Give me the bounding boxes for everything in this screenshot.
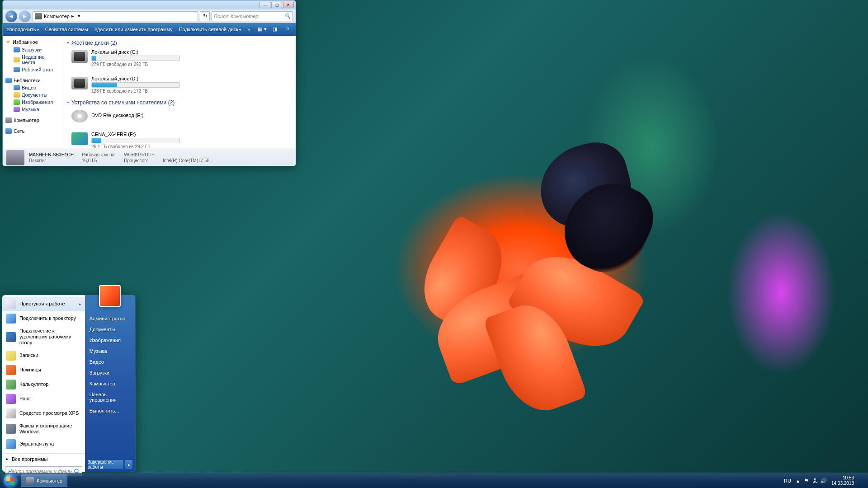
all-programs-button[interactable]: Все программы xyxy=(2,453,85,465)
fax-icon xyxy=(6,424,16,434)
getting-started-icon xyxy=(6,299,16,309)
system-properties-button[interactable]: Свойства системы xyxy=(45,27,88,32)
sm-projector[interactable]: Подключить к проектору xyxy=(2,311,85,326)
hdd-icon xyxy=(71,50,88,63)
usb-icon xyxy=(71,132,88,145)
dvd-icon xyxy=(71,110,88,122)
shutdown-options-button[interactable]: ▸ xyxy=(125,460,133,469)
drive-label: DVD RW дисковод (E:) xyxy=(91,113,180,118)
magnifier-icon xyxy=(6,439,16,449)
volume-icon[interactable]: 🔊 xyxy=(820,477,827,484)
sm-run[interactable]: Выполнить... xyxy=(85,405,135,416)
workgroup-value: WORKGROUP xyxy=(124,152,155,157)
map-drive-button[interactable]: Подключить сетевой диск xyxy=(179,27,241,32)
network-icon[interactable]: 🖧 xyxy=(811,477,819,484)
windows-orb-icon xyxy=(4,474,17,488)
drive-e[interactable]: DVD RW дисковод (E:) xyxy=(71,109,180,122)
clock[interactable]: 10:53 14.03.2018 xyxy=(829,475,857,486)
computer-icon xyxy=(5,117,12,123)
pictures-icon xyxy=(14,99,20,105)
memory-label: Память: xyxy=(29,158,74,163)
uninstall-button[interactable]: Удалить или изменить программу xyxy=(94,27,173,32)
sm-control-panel[interactable]: Панель управления xyxy=(85,389,135,405)
search-icon[interactable]: 🔍 xyxy=(284,13,291,19)
minimize-button[interactable]: — xyxy=(259,2,270,8)
sidebar-desktop[interactable]: Рабочий стол xyxy=(3,66,62,73)
sidebar-pictures[interactable]: Изображения xyxy=(3,99,62,106)
sm-sticky-notes[interactable]: Записки xyxy=(2,348,85,363)
breadcrumb-sep[interactable]: ▸ xyxy=(71,13,74,19)
desktop-icon xyxy=(14,67,20,72)
taskbar-item-explorer[interactable]: Компьютер xyxy=(21,474,67,487)
user-avatar[interactable] xyxy=(99,285,121,307)
titlebar[interactable]: — ◻ ✕ xyxy=(3,0,296,9)
network-icon xyxy=(5,128,12,134)
action-center-icon[interactable]: ⚑ xyxy=(803,477,810,484)
sidebar-network[interactable]: Сеть xyxy=(3,127,62,135)
computer-large-icon xyxy=(6,150,24,165)
sidebar-videos[interactable]: Видео xyxy=(3,84,62,91)
sidebar-computer[interactable]: Компьютер xyxy=(3,117,62,124)
organize-menu[interactable]: Упорядочить xyxy=(6,27,39,32)
favorites-header[interactable]: ★Избранное xyxy=(3,38,62,46)
sidebar-documents[interactable]: Документы xyxy=(3,91,62,99)
sidebar-music[interactable]: Музыка xyxy=(3,106,62,113)
clock-date: 14.03.2018 xyxy=(831,481,854,486)
drive-c[interactable]: Локальный диск (C:) 279 ГБ свободно из 2… xyxy=(71,49,180,67)
sm-computer[interactable]: Компьютер xyxy=(85,378,135,389)
sm-fax-scan[interactable]: Факсы и сканирование Windows xyxy=(2,421,85,437)
preview-pane-icon[interactable]: ◨ xyxy=(270,25,279,33)
hdd-icon xyxy=(71,77,88,89)
search-input[interactable]: Поиск: Компьютер 🔍 xyxy=(212,11,293,21)
sidebar-downloads[interactable]: Загрузки xyxy=(3,46,62,53)
shutdown-button[interactable]: Завершение работы xyxy=(87,460,124,469)
taskbar: Компьютер RU ▴ ⚑ 🖧 🔊 10:53 14.03.2018 xyxy=(0,473,868,488)
drive-free-text: 26,1 ГБ свободно из 29,2 ГБ xyxy=(91,144,180,148)
drive-f[interactable]: CENA_X64FRE (F:) 26,1 ГБ свободно из 29,… xyxy=(71,131,180,148)
sm-pictures[interactable]: Изображения xyxy=(85,335,135,346)
cpu-value: Intel(R) Core(TM) i7-58... xyxy=(163,158,213,163)
view-icon[interactable]: ▦ ▾ xyxy=(258,25,267,33)
explorer-window: — ◻ ✕ ◄ ► Компьютер ▸ ▾ ↻ Поиск: Компьют… xyxy=(2,0,296,166)
address-bar[interactable]: Компьютер ▸ ▾ xyxy=(33,11,198,21)
search-placeholder: Поиск: Компьютер xyxy=(214,14,259,19)
sm-user[interactable]: Администратор xyxy=(85,313,135,324)
start-menu-right: Администратор Документы Изображения Музы… xyxy=(85,295,135,472)
category-hdd[interactable]: Жесткие диски (2) xyxy=(67,38,291,47)
tray-overflow-icon[interactable]: ▴ xyxy=(794,477,802,484)
sm-downloads[interactable]: Загрузки xyxy=(85,367,135,378)
calculator-icon xyxy=(6,380,16,389)
close-button[interactable]: ✕ xyxy=(283,2,294,8)
command-bar: Упорядочить Свойства системы Удалить или… xyxy=(3,23,296,36)
sm-snipping-tool[interactable]: Ножницы xyxy=(2,363,85,377)
sm-music[interactable]: Музыка xyxy=(85,346,135,357)
category-removable[interactable]: Устройства со съемными носителями (2) xyxy=(67,98,291,107)
toolbar-overflow[interactable]: » xyxy=(247,27,250,32)
paint-icon xyxy=(6,394,16,404)
maximize-button[interactable]: ◻ xyxy=(271,2,282,8)
sidebar-recent[interactable]: Недавние места xyxy=(3,53,62,66)
sm-paint[interactable]: Paint xyxy=(2,392,85,406)
show-desktop-button[interactable] xyxy=(860,473,864,488)
back-button[interactable]: ◄ xyxy=(5,10,17,22)
address-dropdown[interactable]: ▾ xyxy=(76,13,82,19)
sm-remote-desktop[interactable]: Подключение к удаленному рабочему столу xyxy=(2,326,85,348)
sm-xps-viewer[interactable]: Средство просмотра XPS xyxy=(2,406,85,421)
downloads-icon xyxy=(14,47,20,52)
refresh-button[interactable]: ↻ xyxy=(200,11,210,21)
sm-documents[interactable]: Документы xyxy=(85,324,135,335)
forward-button[interactable]: ► xyxy=(19,10,31,22)
help-icon[interactable]: ? xyxy=(283,25,292,33)
sm-getting-started[interactable]: Приступая к работе▸ xyxy=(2,297,85,311)
sm-calculator[interactable]: Калькулятор xyxy=(2,377,85,392)
address-text: Компьютер xyxy=(44,14,70,19)
language-indicator[interactable]: RU xyxy=(782,478,793,483)
sm-videos[interactable]: Видео xyxy=(85,357,135,367)
capacity-bar xyxy=(91,56,180,61)
sm-magnifier[interactable]: Экранная лупа xyxy=(2,437,85,451)
drive-d[interactable]: Локальный диск (D:) 123 ГБ свободно из 1… xyxy=(71,76,180,94)
taskbar-item-label: Компьютер xyxy=(37,478,62,483)
start-button[interactable] xyxy=(2,474,19,488)
libraries-header[interactable]: Библиотеки xyxy=(3,77,62,84)
computer-icon xyxy=(35,13,42,19)
